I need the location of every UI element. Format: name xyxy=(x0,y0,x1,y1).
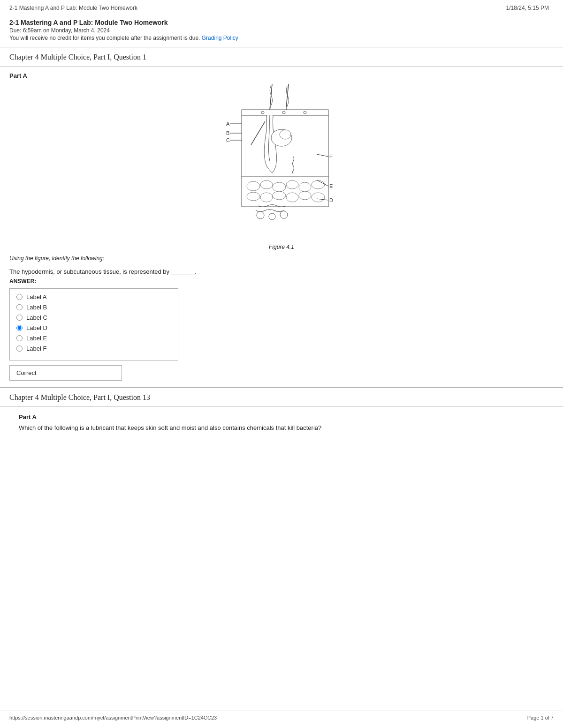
svg-point-5 xyxy=(282,111,285,114)
label-c-text: Label C xyxy=(26,314,47,321)
question-1-header: Chapter 4 Multiple Choice, Part I, Quest… xyxy=(0,47,563,67)
question-text: The hypodermis, or subcutaneous tissue, … xyxy=(9,268,554,275)
radio-label-c[interactable] xyxy=(16,315,23,321)
option-label-e[interactable]: Label E xyxy=(16,335,171,342)
svg-text:E: E xyxy=(329,183,333,189)
correct-result-box: Correct xyxy=(9,365,122,381)
answer-options-box: Label A Label B Label C Label D Label E … xyxy=(9,288,178,360)
footer-url: https://session.masteringaandp.com/myct/… xyxy=(9,715,217,720)
svg-point-28 xyxy=(273,191,286,200)
label-b-text: Label B xyxy=(26,304,47,311)
svg-text:A: A xyxy=(226,121,230,127)
svg-point-24 xyxy=(299,182,311,192)
label-f-text: Label F xyxy=(26,345,46,352)
assignment-title: 2-1 Mastering A and P Lab: Module Two Ho… xyxy=(9,19,549,26)
instruction-text: Using the figure, identify the following… xyxy=(9,255,554,262)
svg-point-20 xyxy=(247,181,260,191)
radio-label-f[interactable] xyxy=(16,345,23,352)
svg-point-9 xyxy=(280,130,291,139)
question-2-text: Which of the following is a lubricant th… xyxy=(19,424,554,431)
option-label-d[interactable]: Label D xyxy=(16,324,171,331)
radio-label-b[interactable] xyxy=(16,304,23,310)
assignment-info: 2-1 Mastering A and P Lab: Module Two Ho… xyxy=(0,14,563,47)
figure-caption: Figure 4.1 xyxy=(9,244,554,250)
correct-result-text: Correct xyxy=(16,369,37,376)
svg-point-39 xyxy=(280,211,288,218)
svg-point-38 xyxy=(269,213,275,220)
grading-policy-link[interactable]: Grading Policy xyxy=(202,35,238,41)
radio-label-e[interactable] xyxy=(16,335,23,341)
svg-point-23 xyxy=(286,180,298,189)
svg-point-37 xyxy=(257,211,264,219)
figure-container: A B C F xyxy=(9,84,554,240)
footer-page: Page 1 of 7 xyxy=(527,715,554,720)
label-a-text: Label A xyxy=(26,293,46,300)
radio-label-a[interactable] xyxy=(16,294,23,300)
svg-point-25 xyxy=(312,180,325,189)
assignment-due: Due: 6:59am on Monday, March 4, 2024 xyxy=(9,27,549,34)
label-e-text: Label E xyxy=(26,335,47,342)
header-title: 2-1 Mastering A and P Lab: Module Two Ho… xyxy=(9,5,137,11)
question-1-body: Part A xyxy=(0,67,563,387)
svg-point-6 xyxy=(304,111,306,114)
question-2-header: Chapter 4 Multiple Choice, Part I, Quest… xyxy=(0,388,563,407)
radio-label-d[interactable] xyxy=(16,325,23,331)
svg-text:D: D xyxy=(329,197,333,203)
svg-point-29 xyxy=(286,193,298,202)
assignment-policy: You will receive no credit for items you… xyxy=(9,35,549,41)
option-label-f[interactable]: Label F xyxy=(16,345,171,352)
page-header: 2-1 Mastering A and P Lab: Module Two Ho… xyxy=(0,0,563,14)
svg-point-26 xyxy=(247,192,260,201)
svg-text:F: F xyxy=(329,154,333,159)
svg-point-4 xyxy=(261,111,264,114)
question-2-section: Chapter 4 Multiple Choice, Part I, Quest… xyxy=(0,388,563,441)
svg-point-31 xyxy=(312,193,325,202)
part-a-label: Part A xyxy=(9,72,554,79)
svg-text:C: C xyxy=(226,137,230,143)
option-label-c[interactable]: Label C xyxy=(16,314,171,321)
svg-point-22 xyxy=(273,182,286,192)
label-d-text: Label D xyxy=(26,324,47,331)
page-footer: https://session.masteringaandp.com/myct/… xyxy=(0,711,563,720)
question-2-body: Part A Which of the following is a lubri… xyxy=(0,407,563,441)
svg-text:B: B xyxy=(226,130,229,136)
header-date: 1/18/24, 5:15 PM xyxy=(506,5,549,11)
skin-diagram: A B C F xyxy=(216,84,347,239)
answer-label: ANSWER: xyxy=(9,278,554,285)
part-a-label-2: Part A xyxy=(19,413,554,420)
svg-point-27 xyxy=(260,193,273,202)
option-label-b[interactable]: Label B xyxy=(16,304,171,311)
question-1-section: Chapter 4 Multiple Choice, Part I, Quest… xyxy=(0,47,563,387)
option-label-a[interactable]: Label A xyxy=(16,293,171,300)
svg-point-21 xyxy=(260,180,273,189)
svg-point-30 xyxy=(299,191,311,200)
